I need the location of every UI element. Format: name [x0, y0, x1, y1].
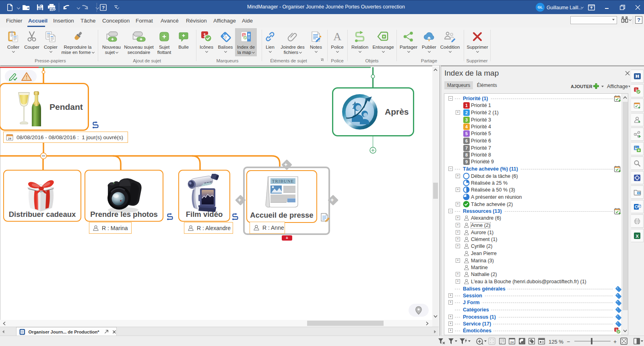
svg-text:X: X: [636, 233, 639, 238]
svg-text:24: 24: [510, 340, 514, 344]
svg-text:24: 24: [8, 137, 11, 140]
svg-text:TRIBUNE: TRIBUNE: [272, 179, 294, 183]
